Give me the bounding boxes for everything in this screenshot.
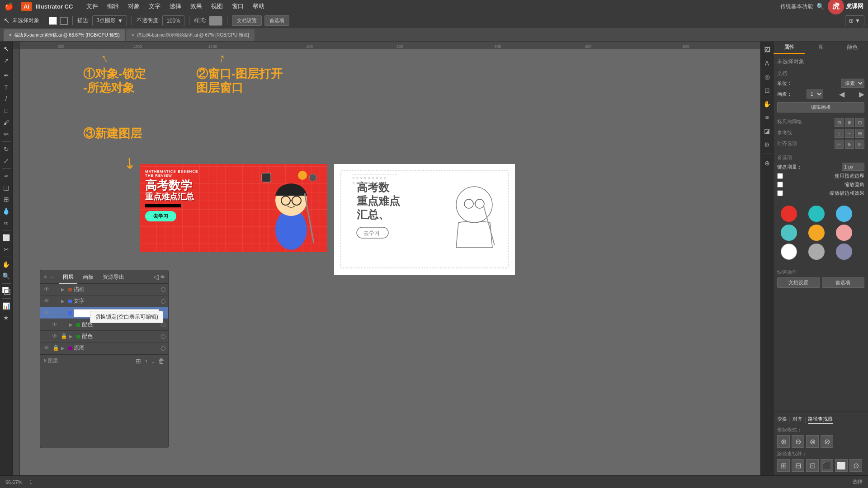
- menu-help[interactable]: 帮助: [248, 0, 269, 13]
- swatch-blue[interactable]: [836, 206, 852, 222]
- layer-eye-4[interactable]: 👁: [51, 333, 58, 340]
- menu-edit[interactable]: 编辑: [103, 0, 123, 13]
- layers-tab-export[interactable]: 资源导出: [99, 270, 128, 284]
- tool-pen[interactable]: ✒: [1, 70, 12, 81]
- ruler-icon-g[interactable]: ⊞: [845, 118, 854, 127]
- layer-expand-1[interactable]: ▶: [61, 299, 66, 304]
- layers-tab-layers[interactable]: 图层: [59, 270, 77, 284]
- panel-icon-7[interactable]: ◪: [761, 125, 774, 137]
- tool-rotate[interactable]: ↻: [1, 144, 12, 155]
- swatch-gray[interactable]: [808, 244, 825, 260]
- zoom-control[interactable]: 66.67%: [5, 479, 22, 485]
- layer-lock-3[interactable]: [60, 321, 67, 328]
- quick-doc-settings-btn[interactable]: 文档设置: [777, 277, 820, 288]
- style-selector[interactable]: [209, 16, 222, 26]
- tab-2[interactable]: × 描边风-banner演示稿的副本.ai @ 67% [RGB/GPU 预览]: [126, 29, 255, 41]
- layer-expand-5[interactable]: ▶: [61, 346, 66, 351]
- tool-slice[interactable]: ✂: [1, 244, 12, 255]
- panel-icon-2[interactable]: A: [761, 57, 774, 70]
- panel-icon-6[interactable]: ≡: [761, 111, 774, 124]
- swatch-red[interactable]: [781, 206, 797, 222]
- layer-eye-2[interactable]: 👁: [43, 310, 50, 317]
- ruler-icon-h[interactable]: ⊟: [835, 118, 844, 127]
- align-icon-2[interactable]: ⊪: [845, 140, 854, 149]
- panel-icon-1[interactable]: 🖼: [761, 43, 774, 56]
- tool-paintbrush[interactable]: 🖌: [1, 117, 12, 128]
- menu-effects[interactable]: 效果: [186, 0, 207, 13]
- layers-move-up-btn[interactable]: ↑: [145, 357, 148, 365]
- tab-1[interactable]: × 描边风-banner演示稿.ai @ 66.67% (RGB/GPU 预览): [4, 29, 125, 41]
- tool-zoom[interactable]: 🔍: [1, 271, 12, 282]
- path-trim[interactable]: ⊟: [792, 459, 804, 472]
- swatch-cyan[interactable]: [781, 225, 797, 241]
- swatch-purple-gray[interactable]: [836, 244, 852, 260]
- layers-tab-artboards[interactable]: 画板: [79, 270, 97, 284]
- tool-special[interactable]: ★: [1, 312, 12, 323]
- artboard-select[interactable]: 1: [807, 89, 823, 99]
- swatch-teal[interactable]: [808, 206, 825, 222]
- layers-close-btn[interactable]: ×: [44, 274, 47, 280]
- bottom-tab-transform[interactable]: 变换: [777, 416, 787, 424]
- path-minus-back[interactable]: ⊙: [849, 459, 862, 472]
- fill-indicator[interactable]: [1, 286, 12, 296]
- keyboard-input[interactable]: [842, 163, 864, 171]
- layers-collapse-btn[interactable]: −: [51, 274, 54, 280]
- tool-pencil[interactable]: ✏: [1, 129, 12, 140]
- layers-move-down-btn[interactable]: ↓: [151, 357, 155, 365]
- shape-unite[interactable]: ⊕: [777, 435, 790, 448]
- menu-window[interactable]: 窗口: [227, 0, 248, 13]
- layer-row-4[interactable]: 👁 🔒 ▶ 配色: [40, 331, 168, 343]
- tool-gradient[interactable]: ◫: [1, 182, 12, 193]
- panel-icon-3[interactable]: ◎: [761, 70, 774, 83]
- shape-minus[interactable]: ⊖: [792, 435, 804, 448]
- layer-eye-0[interactable]: 👁: [43, 286, 50, 293]
- guide-icon-3[interactable]: ⊟: [855, 129, 864, 138]
- layers-expand-icon[interactable]: ◁: [153, 272, 159, 281]
- align-icon-3[interactable]: ⊫: [855, 140, 864, 149]
- view-options[interactable]: ⊞ ▼: [845, 15, 864, 26]
- layer-lock-4[interactable]: 🔒: [60, 333, 67, 340]
- prev-artboard[interactable]: ◀: [839, 90, 844, 99]
- bottom-tab-align[interactable]: 对齐: [793, 416, 802, 424]
- panel-icon-9[interactable]: ⊕: [761, 157, 774, 169]
- path-merge[interactable]: ⊡: [806, 459, 819, 472]
- opacity-input[interactable]: 100%: [162, 15, 184, 26]
- tool-mesh[interactable]: ⊞: [1, 194, 12, 205]
- tool-select[interactable]: ↖: [1, 43, 12, 54]
- layer-row-5[interactable]: 👁 🔒 ▶ 原图: [40, 343, 168, 354]
- tool-chart[interactable]: 📊: [1, 300, 12, 311]
- tool-type[interactable]: T: [1, 82, 12, 93]
- layer-eye-5[interactable]: 👁: [43, 345, 50, 352]
- shape-exclude[interactable]: ⊘: [821, 435, 833, 448]
- stroke-selector[interactable]: 3点圆形 ▼: [92, 15, 127, 26]
- layer-expand-0[interactable]: ▶: [61, 287, 66, 292]
- ruler-icon-s[interactable]: ⊡: [855, 118, 864, 127]
- swatch-orange[interactable]: [808, 225, 825, 241]
- menu-object[interactable]: 对象: [123, 0, 144, 13]
- scale-strokes-check[interactable]: [777, 190, 783, 196]
- edit-artboard-btn[interactable]: 编辑画板: [777, 102, 864, 113]
- snap-bounds-check[interactable]: [777, 173, 783, 179]
- tool-blend[interactable]: ∞: [1, 217, 12, 228]
- panel-icon-8[interactable]: ⚙: [761, 138, 774, 151]
- guide-icon-1[interactable]: ⋮: [835, 129, 844, 138]
- menu-select[interactable]: 选择: [165, 0, 186, 13]
- layers-menu-icon[interactable]: ≡: [160, 272, 165, 281]
- tool-direct-select[interactable]: ↗: [1, 55, 12, 66]
- swatch-white[interactable]: [781, 244, 797, 260]
- preferences-btn[interactable]: 首选项: [264, 15, 289, 26]
- path-crop[interactable]: ⬛: [821, 459, 833, 472]
- tool-scale[interactable]: ⤢: [1, 155, 12, 166]
- menu-file[interactable]: 文件: [82, 0, 103, 13]
- tool-hand[interactable]: ✋: [1, 259, 12, 270]
- layer-lock-0[interactable]: [52, 286, 59, 293]
- next-artboard[interactable]: ▶: [859, 90, 864, 99]
- bottom-tab-pathfinder[interactable]: 路径查找器: [808, 416, 833, 424]
- layer-expand-4[interactable]: ▶: [69, 334, 75, 339]
- tool-artboard[interactable]: ⬜: [1, 232, 12, 243]
- menu-text[interactable]: 文字: [144, 0, 165, 13]
- tool-width[interactable]: ≈: [1, 170, 12, 181]
- panel-tab-library[interactable]: 库: [805, 42, 837, 54]
- unit-select[interactable]: 像素: [841, 79, 864, 88]
- tool-line[interactable]: /: [1, 94, 12, 104]
